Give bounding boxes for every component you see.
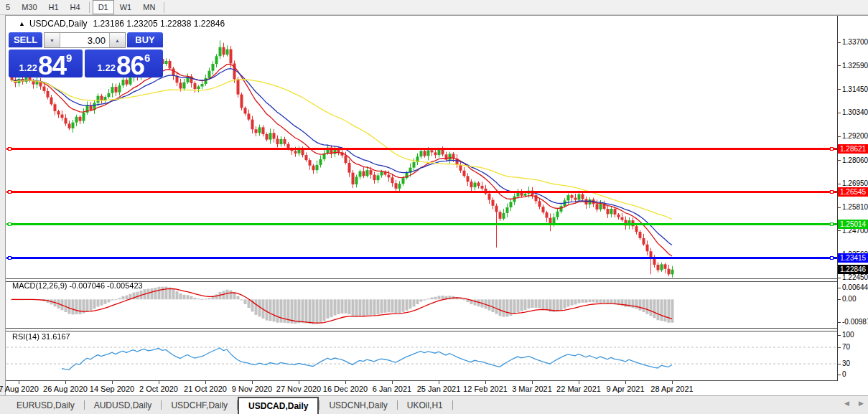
rsi-axis-label: 100 xyxy=(842,331,854,339)
tab-scroll-right-icon[interactable]: ▶ xyxy=(859,400,864,407)
tab-scroll-left-icon[interactable]: ◀ xyxy=(844,400,849,407)
macd-axis-tick xyxy=(838,322,841,323)
timeframe-button-mn[interactable]: MN xyxy=(137,0,161,14)
date-axis-label: 27 Nov 2020 xyxy=(276,385,321,393)
timeframe-button-h1[interactable]: H1 xyxy=(43,0,65,14)
symbol-tab-ukoil[interactable]: UKOil,H1 xyxy=(398,396,452,414)
rsi-axis-label: 70 xyxy=(842,343,850,351)
buy-price-big: 86 xyxy=(116,55,144,77)
date-axis-label: 14 Sep 2020 xyxy=(90,385,134,393)
volume-decrease-icon[interactable]: ▼ xyxy=(45,33,60,47)
sell-button[interactable]: SELL xyxy=(9,32,42,48)
chart-title: ▲ USDCAD,Daily 1.23186 1.23205 1.22838 1… xyxy=(19,19,225,29)
price-axis-tick xyxy=(838,184,841,184)
rsi-axis-tick xyxy=(838,347,841,348)
price-axis-label: 1.29200 xyxy=(842,132,868,140)
date-axis-tick xyxy=(439,381,439,384)
sell-price-pip: 9 xyxy=(66,52,72,64)
date-axis-tick xyxy=(299,381,299,384)
sell-price-display[interactable]: 1.22 84 9 xyxy=(9,50,83,77)
timeframe-button-h4[interactable]: H4 xyxy=(65,0,86,14)
date-axis-label: 9 Apr 2021 xyxy=(606,385,644,393)
date-axis-label: 26 Aug 2020 xyxy=(43,385,88,393)
timeframe-button-m30[interactable]: M30 xyxy=(16,0,42,14)
price-level-badge: 1.23415 xyxy=(838,253,868,263)
timeframe-button-5[interactable]: 5 xyxy=(0,0,16,14)
date-axis-tick xyxy=(532,381,533,384)
price-axis-label: 1.32590 xyxy=(842,62,868,70)
price-axis-label: 1.33700 xyxy=(842,38,868,46)
date-axis-tick xyxy=(112,381,113,384)
macd-axis-tick xyxy=(838,288,841,288)
symbol-tab-bar: EURUSD,DailyAUDUSD,DailyUSDCHF,DailyUSDC… xyxy=(0,395,868,414)
price-axis-label: 1.25810 xyxy=(842,203,868,211)
hline-object-1.25014[interactable] xyxy=(6,223,837,225)
hline-object-1.26545[interactable] xyxy=(6,191,837,193)
symbol-tab-usdcad[interactable]: USDCAD,Daily xyxy=(238,397,319,414)
timeframe-button-d1[interactable]: D1 xyxy=(93,0,114,14)
volume-increase-icon[interactable]: ▲ xyxy=(109,33,125,47)
rsi-indicator-label: RSI(14) 31.6167 xyxy=(12,332,70,341)
hline-drag-handle[interactable] xyxy=(830,222,834,226)
price-axis-tick xyxy=(838,207,841,208)
timeframe-toolbar: 5M30H1H4D1W1MN xyxy=(0,0,868,15)
date-axis-label: 12 Feb 2021 xyxy=(463,385,508,393)
date-axis-tick xyxy=(159,381,159,384)
date-axis-label: 7 Aug 2020 xyxy=(0,385,39,393)
buy-price-pip: 6 xyxy=(144,52,150,64)
date-axis-tick xyxy=(485,381,486,384)
price-axis-label: 1.31450 xyxy=(842,85,868,93)
date-axis-label: 21 Oct 2020 xyxy=(184,385,227,393)
symbol-tab-usdchf[interactable]: USDCHF,Daily xyxy=(162,396,237,414)
hline-object-1.23415[interactable] xyxy=(6,257,837,259)
rsi-axis-tick xyxy=(838,335,841,336)
rsi-chart-canvas[interactable] xyxy=(6,330,837,380)
price-axis-label: 1.30340 xyxy=(842,108,868,116)
timeframe-button-w1[interactable]: W1 xyxy=(114,0,138,14)
collapse-panel-icon[interactable]: ▲ xyxy=(19,20,25,27)
price-axis-tick xyxy=(838,160,841,161)
hline-drag-handle[interactable] xyxy=(8,190,11,194)
date-axis-label: 9 Nov 2020 xyxy=(232,385,272,393)
date-axis-label: 2 Oct 2020 xyxy=(139,385,178,393)
date-axis-tick xyxy=(579,381,579,384)
date-axis-tick xyxy=(625,381,626,384)
buy-price-prefix: 1.22 xyxy=(98,62,116,73)
macd-axis-tick xyxy=(838,299,841,300)
date-axis-label: 3 Mar 2021 xyxy=(512,385,552,393)
date-axis-label: 22 Mar 2021 xyxy=(556,385,601,393)
macd-axis-label: -0.009871 xyxy=(842,318,868,326)
volume-input[interactable] xyxy=(60,33,109,47)
symbol-tab-eurusd[interactable]: EURUSD,Daily xyxy=(7,396,84,414)
trading-platform-window: 5M30H1H4D1W1MN ▲ USDCAD,Daily 1.23186 1.… xyxy=(0,0,868,414)
price-axis-border xyxy=(837,16,838,381)
sell-price-prefix: 1.22 xyxy=(19,62,37,73)
price-axis-tick xyxy=(838,136,841,137)
buy-price-display[interactable]: 1.22 86 6 xyxy=(85,50,163,77)
price-level-badge: 1.28621 xyxy=(838,144,868,154)
price-level-badge: 1.25014 xyxy=(838,220,868,229)
macd-indicator-label: MACD(12,26,9) -0.007046 -0.005423 xyxy=(12,281,143,290)
buy-button[interactable]: BUY xyxy=(127,32,163,48)
symbol-tab-audusd[interactable]: AUDUSD,Daily xyxy=(85,396,162,414)
hline-drag-handle[interactable] xyxy=(8,256,11,260)
macd-axis-label: 0.006444 xyxy=(842,283,868,291)
hline-drag-handle[interactable] xyxy=(830,190,834,194)
date-axis-label: 28 Apr 2021 xyxy=(650,385,693,393)
price-axis-tick xyxy=(838,89,841,90)
hline-object-1.28621[interactable] xyxy=(6,148,837,150)
hline-drag-handle[interactable] xyxy=(830,147,834,151)
hline-drag-handle[interactable] xyxy=(8,222,11,226)
date-axis-tick xyxy=(205,381,206,384)
date-axis-label: 16 Dec 2020 xyxy=(323,385,368,393)
hline-drag-handle[interactable] xyxy=(8,147,11,151)
hline-drag-handle[interactable] xyxy=(830,256,834,260)
symbol-tab-usdcnh[interactable]: USDCNH,Daily xyxy=(319,396,396,414)
date-axis-label: 6 Jan 2021 xyxy=(373,385,411,393)
price-level-badge: 1.26545 xyxy=(838,187,868,197)
sell-price-big: 84 xyxy=(38,55,66,77)
price-axis-tick xyxy=(838,278,841,278)
rsi-pane-divider[interactable] xyxy=(6,328,837,331)
price-axis-label: 1.28060 xyxy=(842,156,868,164)
window-left-edge xyxy=(0,15,6,395)
